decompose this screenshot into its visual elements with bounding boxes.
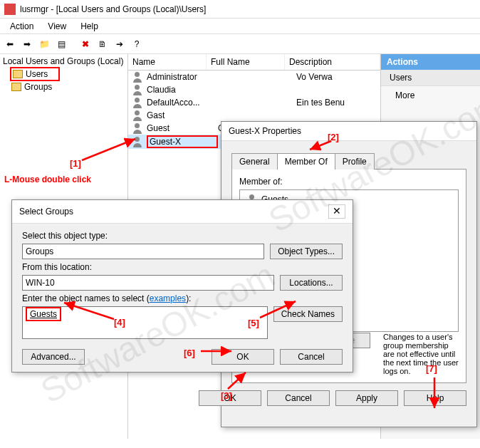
advanced-button[interactable]: Advanced... [22,349,85,365]
examples-link[interactable]: examples [150,293,186,303]
list-header: Name Full Name Description [128,54,380,71]
list-row[interactable]: Gast [128,109,380,122]
col-fullname[interactable]: Full Name [207,54,285,70]
list-row[interactable]: DefaultAcco... Ein tes Benu [128,96,380,109]
props-help-button[interactable]: Help [404,390,466,406]
membership-note: Changes to a user's group membership are… [383,333,461,375]
tab-general[interactable]: General [231,153,278,170]
help-icon[interactable]: ? [130,37,144,51]
location-field[interactable]: WIN-10 [22,275,274,291]
list-row[interactable]: Administrator Vo Verwa [128,71,380,83]
tab-profile[interactable]: Profile [335,153,375,170]
tree-item-users[interactable]: Users [10,67,60,81]
tab-memberof[interactable]: Member Of [277,153,335,170]
user-icon [132,84,144,95]
folder-icon[interactable]: 📁 [37,37,51,51]
menu-help[interactable]: Help [73,20,105,33]
user-icon [132,110,144,121]
select-groups-title: Select Groups [19,207,73,217]
user-icon [132,123,144,134]
tree-users-label: Users [26,69,48,79]
close-icon[interactable]: ✕ [328,204,345,219]
window-titlebar: lusrmgr - [Local Users and Groups (Local… [0,0,480,19]
props-cancel-button[interactable]: Cancel [267,390,330,406]
delete-icon[interactable]: ✖ [78,37,93,51]
memberof-label: Member of: [239,177,459,187]
details-icon[interactable]: ▤ [54,37,68,51]
menu-view[interactable]: View [41,20,73,33]
names-label: Enter the object names to select (exampl… [22,293,343,303]
actions-more[interactable]: More [381,86,480,105]
object-types-button[interactable]: Object Types... [270,244,343,259]
properties-title: Guest-X Properties [229,126,301,136]
check-names-button[interactable]: Check Names [273,306,343,322]
locations-button[interactable]: Locations... [280,275,343,291]
props-ok-button[interactable]: OK [199,390,261,406]
properties-tabs: General Member Of Profile [231,152,466,170]
selgroups-ok-button[interactable]: OK [212,349,274,365]
menu-action[interactable]: Action [3,20,41,33]
tree-groups-label: Groups [24,82,52,92]
forward-icon[interactable]: ➡ [20,37,34,51]
tree-item-groups[interactable]: Groups [10,81,126,93]
actions-users[interactable]: Users [381,70,480,86]
folder-icon [13,70,23,78]
object-type-field[interactable]: Groups [22,244,264,259]
refresh-icon[interactable]: 🗎 [95,37,110,51]
toolbar: ⬅ ➡ 📁 ▤ ✖ 🗎 ➔ ? [0,34,480,54]
window-title: lusrmgr - [Local Users and Groups (Local… [20,4,206,14]
user-icon [132,97,144,108]
user-icon [132,136,144,147]
select-groups-dialog: Select Groups ✕ Select this object type:… [11,199,353,373]
tree-root-label: Local Users and Groups (Local) [3,56,123,66]
selgroups-cancel-button[interactable]: Cancel [280,349,343,365]
col-description[interactable]: Description [285,54,380,70]
object-names-field[interactable]: Guests [22,306,268,339]
app-icon [4,4,16,15]
user-icon [132,71,144,83]
object-type-label: Select this object type: [22,231,343,241]
actions-header: Actions [381,54,480,70]
export-icon[interactable]: ➔ [113,37,127,51]
list-row[interactable]: Claudia [128,83,380,96]
folder-icon [11,83,21,91]
entered-name: Guests [26,307,61,321]
props-apply-button[interactable]: Apply [335,390,398,406]
tree-root[interactable]: Local Users and Groups (Local) [1,56,126,67]
back-icon[interactable]: ⬅ [3,37,17,51]
menu-bar: Action View Help [0,19,480,34]
location-label: From this location: [22,262,343,272]
col-name[interactable]: Name [128,54,207,70]
